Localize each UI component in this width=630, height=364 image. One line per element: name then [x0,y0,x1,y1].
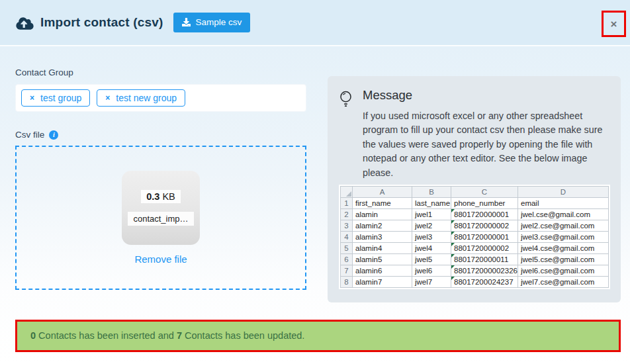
spreadsheet-image: ABCD1first_namelast_namephone_numberemai… [339,185,610,289]
tag-test-new-group: × test new group [97,89,185,107]
spreadsheet-header-row: ABCD [341,187,609,198]
file-size: 0.3 KB [141,190,181,203]
spreadsheet-row: 4alamin3jwel38801720000001jwel3.cse@gmai… [341,232,609,243]
spreadsheet-row: 6alamin5jwel58801720000011jwel5.cse@gmai… [341,254,609,265]
modal-header: Import contact (csv) Sample csv × [0,0,630,46]
updated-text: Contacts has been updated. [182,330,304,341]
remove-file-link[interactable]: Remove file [134,253,187,265]
spreadsheet-row: 1first_namelast_namephone_numberemail [341,198,609,209]
cloud-upload-icon [16,17,34,30]
remove-tag-icon[interactable]: × [105,94,110,102]
download-icon [182,18,191,26]
close-button[interactable]: × [602,11,626,37]
spreadsheet-row: 8alamin7jwel788017200024237jwel7.cse@gma… [341,277,609,288]
message-column: Message If you used microsoft excel or a… [328,66,621,302]
sample-csv-button[interactable]: Sample csv [173,13,251,32]
lightbulb-icon [339,90,353,109]
message-panel: Message If you used microsoft excel or a… [328,76,621,302]
sample-csv-label: Sample csv [196,17,242,27]
contact-group-select[interactable]: × test group × test new group [15,84,306,112]
excel-table: ABCD1first_namelast_namephone_numberemai… [340,186,609,288]
info-icon[interactable]: i [49,130,58,140]
close-icon: × [611,19,617,30]
spreadsheet-row: 5alamin4jwel48801720000002jwel4.cse@gmai… [341,243,609,254]
page-title: Import contact (csv) [40,15,163,30]
message-body: If you used microsoft excel or any other… [363,109,610,180]
spreadsheet-row: 3alamin2jwel28801720000002jwel2.cse@gmai… [341,220,609,232]
message-content: Message If you used microsoft excel or a… [363,88,610,289]
import-result-alert: 0 Contacts has been inserted and 7 Conta… [15,320,621,352]
file-size-unit: KB [159,191,175,202]
spreadsheet-row: 7alamin6jwel6880172000002326jwel6.cse@gm… [341,265,609,277]
inserted-count: 0 [30,330,36,341]
remove-tag-icon[interactable]: × [30,94,34,102]
file-preview-card: 0.3 KB contact_imp… [122,171,200,245]
file-size-value: 0.3 [146,191,159,202]
file-name: contact_imp… [128,212,193,226]
tag-label: test new group [116,93,177,103]
csv-file-label: Csv file [15,130,44,140]
tag-label: test group [40,93,81,103]
contact-group-label: Contact Group [15,68,73,77]
modal-body: Contact Group × test group × test new gr… [0,46,630,364]
message-title: Message [363,88,610,103]
spreadsheet-row: 2alaminjwel18801720000001jwel.cse@gmail.… [341,209,609,220]
inserted-text: Contacts has been inserted and [36,330,177,341]
tag-test-group: × test group [21,89,90,107]
import-form: Contact Group × test group × test new gr… [15,66,306,302]
csv-dropzone[interactable]: 0.3 KB contact_imp… Remove file [15,146,306,290]
updated-count: 7 [177,330,182,341]
